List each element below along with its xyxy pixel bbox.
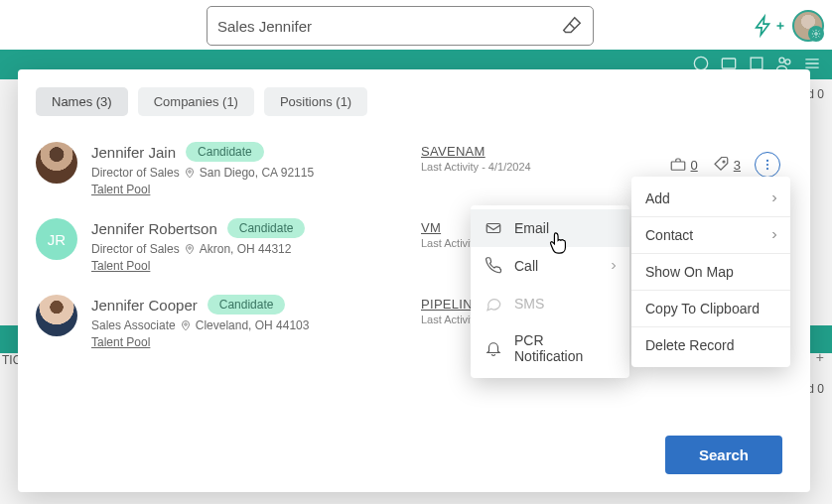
avatar[interactable] [36, 142, 77, 184]
location-text: Akron, OH 44312 [200, 242, 292, 256]
tab-companies[interactable]: Companies (1) [138, 87, 254, 116]
chevron-right-icon [768, 229, 780, 241]
avatar[interactable]: JR [36, 218, 77, 260]
email-icon [485, 219, 502, 237]
menu-add[interactable]: Add [631, 181, 790, 216]
status-badge: Candidate [227, 218, 306, 238]
tab-positions[interactable]: Positions (1) [264, 87, 367, 116]
location-pin-icon [180, 319, 192, 331]
settings-gear-icon[interactable] [808, 26, 824, 42]
person-name[interactable]: Jennifer Jain [91, 144, 176, 161]
job-title: Director of Sales [91, 166, 180, 180]
svg-rect-2 [722, 59, 735, 68]
global-search[interactable] [207, 6, 594, 46]
menu-label: Show On Map [645, 264, 734, 280]
svg-point-12 [766, 168, 768, 170]
svg-point-1 [694, 57, 707, 69]
row-action-menu: Add Contact Show On Map Copy To Clipboar… [631, 177, 790, 367]
job-title: Director of Sales [91, 242, 180, 256]
status-badge: Candidate [208, 295, 286, 315]
svg-point-11 [766, 164, 768, 166]
menu-copy-clipboard[interactable]: Copy To Clipboard [631, 291, 790, 326]
location-pin-icon [184, 167, 196, 179]
avatar[interactable] [36, 295, 77, 336]
talent-pool-link[interactable]: Talent Pool [91, 259, 150, 273]
menu-sms: SMS [471, 285, 629, 322]
menu-label: SMS [514, 296, 544, 312]
svg-point-0 [815, 33, 818, 36]
search-button[interactable]: Search [665, 436, 782, 474]
svg-rect-15 [486, 224, 500, 233]
menu-label: Contact [645, 227, 693, 243]
tag-count[interactable]: 3 [712, 156, 741, 174]
menu-label: Call [514, 258, 538, 274]
quick-add-icon[interactable] [753, 13, 786, 39]
menu-pcr-notification[interactable]: PCR Notification [471, 322, 629, 374]
result-tabs: Names (3) Companies (1) Positions (1) [18, 87, 810, 116]
svg-point-13 [188, 247, 191, 250]
talent-pool-link[interactable]: Talent Pool [91, 183, 150, 196]
top-right-controls [753, 10, 824, 42]
sms-icon [485, 295, 502, 313]
briefcase-count[interactable]: 0 [669, 156, 698, 174]
svg-rect-3 [751, 58, 763, 69]
person-name[interactable]: Jennifer Cooper [91, 297, 198, 314]
tool-plus[interactable]: + [816, 349, 824, 365]
phone-icon [485, 257, 502, 275]
menu-contact[interactable]: Contact [631, 217, 790, 253]
row-more-button[interactable] [755, 152, 780, 178]
menu-label: Email [514, 220, 549, 236]
svg-point-5 [785, 60, 790, 64]
menu-show-on-map[interactable]: Show On Map [631, 254, 790, 290]
menu-delete-record[interactable]: Delete Record [631, 327, 790, 363]
svg-point-9 [723, 161, 725, 163]
svg-rect-8 [671, 162, 685, 170]
location-text: Cleveland, OH 44103 [196, 318, 310, 332]
menu-email[interactable]: Email [471, 209, 629, 247]
talent-pool-link[interactable]: Talent Pool [91, 335, 150, 349]
tab-names[interactable]: Names (3) [36, 87, 128, 116]
rollup-name[interactable]: SAVENAM [421, 144, 531, 159]
chevron-right-icon [768, 192, 780, 204]
menu-label: Add [645, 190, 670, 206]
location-text: San Diego, CA 92115 [200, 166, 314, 180]
svg-point-10 [766, 160, 768, 162]
chevron-right-icon [608, 260, 620, 272]
svg-point-4 [779, 58, 784, 63]
svg-point-7 [188, 171, 191, 174]
top-bar [0, 0, 832, 50]
search-input[interactable] [217, 18, 561, 35]
status-badge: Candidate [186, 142, 264, 162]
current-user-avatar[interactable] [792, 10, 824, 42]
svg-point-14 [184, 323, 187, 326]
location-pin-icon [184, 243, 196, 255]
eraser-icon[interactable] [561, 15, 583, 37]
menu-label: Copy To Clipboard [645, 301, 760, 316]
last-activity: Last Activity - 4/1/2024 [421, 161, 531, 173]
job-title: Sales Associate [91, 318, 176, 332]
menu-call[interactable]: Call [471, 247, 629, 285]
contact-submenu: Email Call SMS PCR Notification [471, 205, 629, 378]
menu-label: PCR Notification [514, 332, 616, 364]
person-name[interactable]: Jennifer Robertson [91, 220, 217, 237]
menu-label: Delete Record [645, 337, 735, 353]
bell-icon [485, 339, 502, 357]
